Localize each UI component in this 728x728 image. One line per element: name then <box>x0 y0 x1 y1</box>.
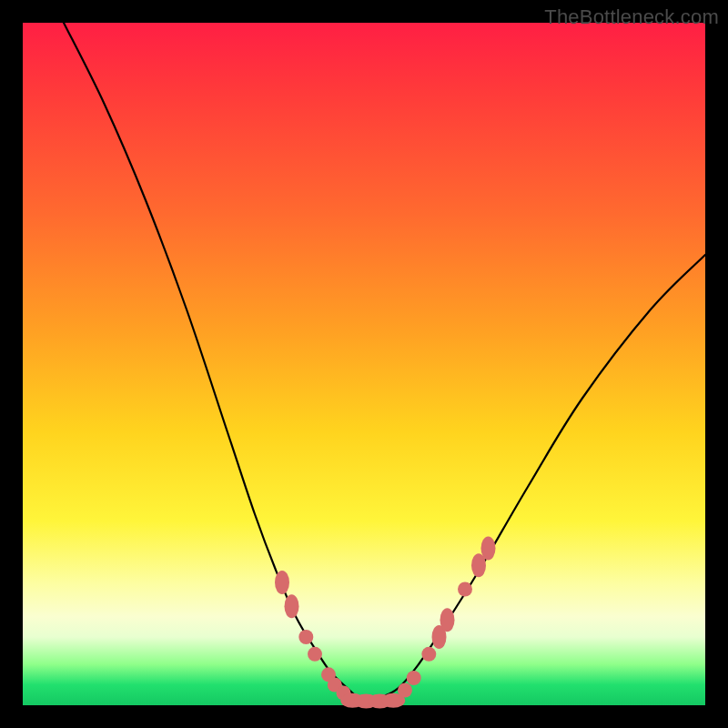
data-marker <box>481 537 496 561</box>
data-marker <box>407 671 421 685</box>
data-marker <box>308 647 322 662</box>
data-marker <box>398 683 412 698</box>
data-marker <box>458 582 472 597</box>
data-marker <box>275 571 289 594</box>
data-marker <box>421 647 436 662</box>
curve-layer <box>23 23 705 705</box>
watermark-text: TheBottleneck.com <box>544 5 719 29</box>
data-marker <box>440 608 455 632</box>
left-curve <box>64 23 364 702</box>
data-marker <box>298 630 313 644</box>
chart-stage: TheBottleneck.com <box>0 0 728 728</box>
data-markers <box>275 537 496 709</box>
data-marker <box>285 594 299 618</box>
right-curve <box>364 255 705 702</box>
